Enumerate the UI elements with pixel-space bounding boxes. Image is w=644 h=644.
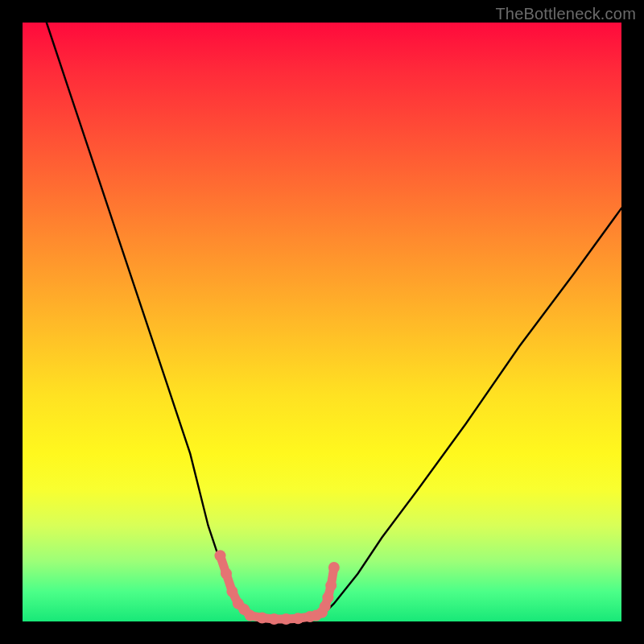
marker-stroke	[221, 555, 334, 619]
marker-dot	[325, 580, 336, 591]
plot-area	[23, 23, 621, 621]
marker-dot	[221, 568, 232, 580]
bottleneck-curve	[47, 23, 621, 620]
marker-dot	[245, 610, 256, 621]
watermark-text: TheBottleneck.com	[495, 5, 636, 23]
marker-dot	[226, 586, 237, 597]
marker-dot	[215, 550, 226, 561]
curve-layer	[23, 23, 621, 621]
chart-frame: TheBottleneck.com	[0, 0, 644, 644]
marker-dot	[257, 613, 268, 624]
marker-dot	[328, 562, 340, 573]
highlight-markers	[215, 550, 340, 625]
marker-dot	[280, 613, 291, 625]
curve-lines	[47, 23, 621, 620]
marker-dot	[292, 613, 303, 624]
marker-dot	[322, 592, 333, 603]
marker-dot	[269, 613, 280, 625]
